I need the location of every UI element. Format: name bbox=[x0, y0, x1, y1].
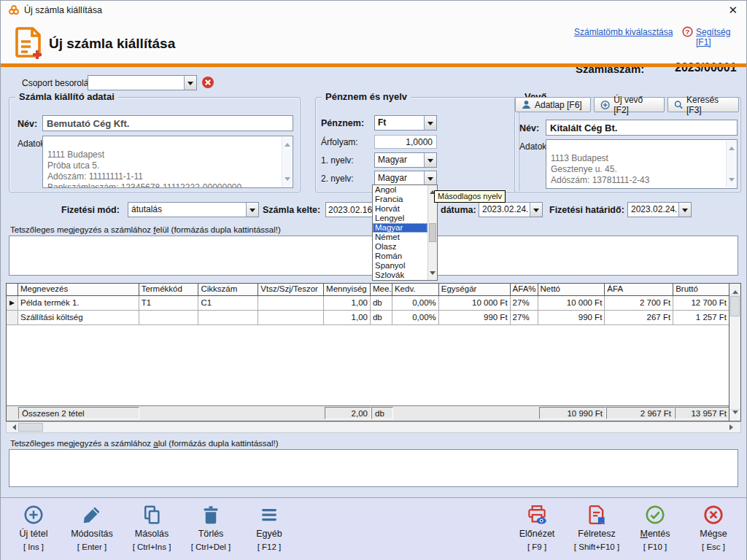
table-row[interactable]: ▶ Példa termék 1. T1 C1 1,00 db 0,00% 10… bbox=[7, 296, 729, 311]
group-classification-label: Csoport besorolás: bbox=[22, 78, 96, 88]
fulfillment-date-label: dátuma: bbox=[441, 205, 476, 215]
due-date-select[interactable]: 2023.02.24. bbox=[627, 202, 692, 217]
note-bottom-label: Tetszőleges megjegyzés a számlához alul … bbox=[10, 439, 279, 448]
help-link[interactable]: Segítség [F1] bbox=[696, 27, 746, 47]
dropdown-item[interactable]: Szlovák bbox=[373, 271, 427, 280]
currency-select[interactable]: Ft bbox=[374, 115, 437, 131]
person-icon bbox=[522, 100, 531, 109]
other-button[interactable]: Egyéb [ F12 ] bbox=[239, 502, 300, 558]
chevron-down-icon[interactable] bbox=[530, 203, 542, 217]
summary-unit: db bbox=[371, 407, 393, 419]
row-pointer-icon: ▶ bbox=[7, 296, 18, 311]
accent-divider bbox=[1, 63, 746, 67]
table-vertical-scrollbar[interactable] bbox=[729, 284, 740, 421]
customer-search-button[interactable]: Keresés [F3] bbox=[667, 97, 739, 112]
check-circle-icon bbox=[644, 504, 666, 526]
print-preview-icon bbox=[526, 504, 548, 526]
issuer-box-title: Számla kiállító adatai bbox=[15, 91, 118, 102]
window-title: Új számla kiállítása bbox=[24, 5, 102, 15]
customer-data-scrollbar[interactable] bbox=[726, 141, 736, 187]
language2-select[interactable]: Magyar bbox=[374, 171, 437, 186]
customer-data-textarea[interactable]: 1113 Budapest Gesztenye u. 45. Adószám: … bbox=[546, 139, 738, 189]
clear-group-icon[interactable] bbox=[201, 76, 214, 89]
copy-icon bbox=[141, 504, 163, 526]
customer-profile-button[interactable]: Adatlap [F6] bbox=[515, 97, 591, 112]
summary-label: Összesen 2 tétel bbox=[18, 407, 139, 419]
page-header: Új számla kiállítása Számlatömb kiválasz… bbox=[1, 20, 746, 63]
chevron-down-icon[interactable] bbox=[246, 203, 258, 217]
chevron-down-icon[interactable] bbox=[678, 203, 691, 217]
plus-circle-icon bbox=[23, 504, 44, 526]
summary-net: 10 990 Ft bbox=[539, 407, 606, 419]
dropdown-item[interactable]: Román bbox=[373, 252, 427, 261]
dropdown-item[interactable]: Angol bbox=[373, 185, 427, 195]
summary-vat: 2 967 Ft bbox=[606, 407, 675, 419]
note-bottom-textarea[interactable] bbox=[9, 449, 738, 487]
svg-text:?: ? bbox=[686, 28, 690, 36]
payment-method-select[interactable]: átutalás bbox=[128, 202, 259, 217]
exchange-rate-input[interactable]: 1,0000 bbox=[374, 135, 437, 149]
summary-gross: 13 957 Ft bbox=[675, 407, 730, 419]
issue-date-input[interactable]: 2023.02.16. bbox=[325, 202, 374, 217]
dropdown-item[interactable]: Spanyol bbox=[373, 261, 427, 271]
app-icon bbox=[8, 4, 20, 16]
new-customer-button[interactable]: Új vevő [F2] bbox=[594, 97, 665, 112]
issuer-name-input[interactable]: Bemutató Cég Kft. bbox=[42, 115, 293, 131]
menu-icon bbox=[258, 504, 280, 526]
table-row[interactable]: Szállítási költség 1,00 db 0,00% 990 Ft … bbox=[7, 311, 729, 325]
group-classification-select[interactable] bbox=[88, 75, 197, 90]
customer-name-input[interactable]: Kitalált Cég Bt. bbox=[546, 120, 738, 136]
currency-box-title: Pénznem és nyelv bbox=[322, 91, 411, 102]
preview-button[interactable]: Előnézet [ F9 ] bbox=[506, 502, 568, 558]
table-summary-row: Összesen 2 tétel 2,00 db 10 990 Ft 2 967… bbox=[7, 405, 729, 421]
dropdown-item[interactable]: Lengyel bbox=[373, 214, 427, 223]
cancel-button[interactable]: Mégse [ Esc ] bbox=[683, 502, 744, 558]
dropdown-item[interactable]: Horvát bbox=[373, 204, 427, 214]
fulfillment-date-select[interactable]: 2023.02.24. bbox=[479, 202, 543, 217]
pencil-icon bbox=[81, 504, 103, 526]
new-item-button[interactable]: Új tétel [ Ins ] bbox=[3, 502, 64, 558]
trash-icon bbox=[200, 504, 222, 526]
save-button[interactable]: Mentés [ F10 ] bbox=[624, 502, 686, 558]
help-icon: ? bbox=[682, 26, 693, 37]
close-button[interactable]: ✕ bbox=[728, 4, 738, 17]
invoice-pad-select-link[interactable]: Számlatömb kiválasztása bbox=[574, 27, 673, 37]
chevron-down-icon[interactable] bbox=[424, 171, 436, 185]
issue-date-label: Számla kelte: bbox=[263, 205, 320, 215]
tooltip: Másodlagos nyelv bbox=[434, 190, 506, 203]
dropdown-item[interactable]: Olasz bbox=[373, 242, 427, 252]
table-horizontal-scrollbar[interactable] bbox=[6, 421, 741, 433]
new-invoice-icon bbox=[13, 26, 45, 61]
issuer-data-textarea[interactable]: 1111 Budapest Próba utca 5. Adószám: 111… bbox=[42, 136, 293, 188]
save-draft-icon bbox=[586, 504, 608, 526]
chevron-down-icon[interactable] bbox=[424, 153, 436, 167]
page-title: Új számla kiállítása bbox=[49, 36, 175, 52]
chevron-down-icon[interactable] bbox=[424, 116, 436, 130]
title-bar: Új számla kiállítása ✕ bbox=[1, 1, 746, 20]
dropdown-item-selected[interactable]: Magyar bbox=[373, 223, 427, 233]
exchange-rate-label: Árfolyam: bbox=[321, 137, 358, 147]
x-circle-icon bbox=[703, 504, 724, 526]
copy-button[interactable]: Másolás [ Ctrl+Ins ] bbox=[121, 502, 182, 558]
due-date-label: Fizetési határidő: bbox=[549, 205, 624, 215]
currency-label: Pénznem: bbox=[321, 118, 364, 128]
customer-data-label: Adatok: bbox=[519, 141, 549, 152]
payment-method-label: Fizetési mód: bbox=[61, 205, 120, 215]
set-aside-button[interactable]: Félretesz [ Shift+F10 ] bbox=[566, 502, 627, 558]
language1-label: 1. nyelv: bbox=[321, 155, 354, 166]
chevron-down-icon[interactable] bbox=[184, 76, 196, 90]
dropdown-item[interactable]: Francia bbox=[373, 195, 427, 204]
customer-name-label: Név: bbox=[519, 123, 539, 133]
delete-button[interactable]: Törlés [ Ctrl+Del ] bbox=[180, 502, 241, 558]
table-header-row: Megnevezés Termékkód Cikkszám Vtsz/Szj/T… bbox=[7, 284, 729, 296]
language1-select[interactable]: Magyar bbox=[374, 152, 437, 168]
search-icon bbox=[674, 100, 683, 109]
issuer-name-label: Név: bbox=[18, 119, 37, 129]
dropdown-item[interactable]: Német bbox=[373, 233, 427, 242]
issuer-data-scrollbar[interactable] bbox=[282, 137, 292, 187]
language2-dropdown-list[interactable]: Angol Francia Horvát Lengyel Magyar Néme… bbox=[372, 184, 438, 281]
note-top-label: Tetszőleges megjegyzés a számlához felül… bbox=[10, 225, 281, 234]
modify-button[interactable]: Módosítás [ Enter ] bbox=[61, 502, 123, 558]
plus-circle-icon bbox=[600, 100, 610, 110]
language2-label: 2. nyelv: bbox=[321, 174, 354, 184]
